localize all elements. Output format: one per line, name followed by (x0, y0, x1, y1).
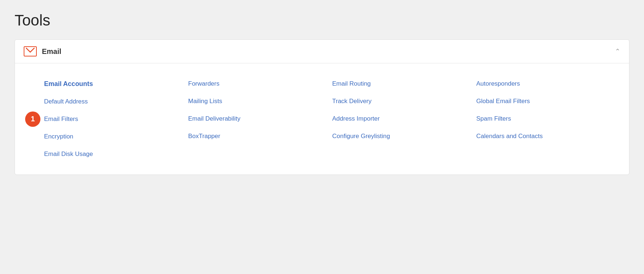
grid-col-1: Email Accounts Default Address Email Fil… (44, 75, 188, 163)
link-configure-greylisting[interactable]: Configure Greylisting (332, 128, 476, 145)
panel-header: Email ⌃ (15, 40, 629, 63)
step-badge: 1 (25, 111, 40, 127)
link-email-disk-usage[interactable]: Email Disk Usage (44, 145, 188, 163)
grid-col-3: Email Routing Track Delivery Address Imp… (332, 75, 476, 163)
link-email-deliverability[interactable]: Email Deliverability (188, 110, 333, 128)
panel-header-left: Email (24, 46, 61, 56)
link-mailing-lists[interactable]: Mailing Lists (188, 93, 333, 110)
link-encryption[interactable]: Encryption (44, 128, 188, 145)
link-global-email-filters[interactable]: Global Email Filters (476, 93, 621, 110)
email-panel: Email ⌃ 1 Email Accounts Default Address… (15, 39, 629, 175)
link-spam-filters[interactable]: Spam Filters (476, 110, 621, 128)
link-address-importer[interactable]: Address Importer (332, 110, 476, 128)
link-email-routing[interactable]: Email Routing (332, 75, 476, 93)
link-boxtrapper[interactable]: BoxTrapper (188, 128, 333, 145)
panel-body: 1 Email Accounts Default Address Email F… (15, 63, 629, 175)
grid-col-4: Autoresponders Global Email Filters Spam… (476, 75, 621, 163)
tools-grid: 1 Email Accounts Default Address Email F… (44, 75, 620, 163)
link-email-accounts[interactable]: Email Accounts (44, 75, 188, 93)
grid-col-2: Forwarders Mailing Lists Email Deliverab… (188, 75, 333, 163)
link-default-address[interactable]: Default Address (44, 93, 188, 110)
link-autoresponders[interactable]: Autoresponders (476, 75, 621, 93)
collapse-button[interactable]: ⌃ (615, 47, 620, 55)
email-icon (24, 46, 37, 56)
page-title: Tools (15, 12, 629, 29)
link-track-delivery[interactable]: Track Delivery (332, 93, 476, 110)
panel-title: Email (42, 47, 61, 56)
link-calendars-and-contacts[interactable]: Calendars and Contacts (476, 128, 621, 145)
link-forwarders[interactable]: Forwarders (188, 75, 333, 93)
link-email-filters[interactable]: Email Filters (44, 110, 188, 128)
badge-wrapper: 1 (25, 111, 40, 127)
